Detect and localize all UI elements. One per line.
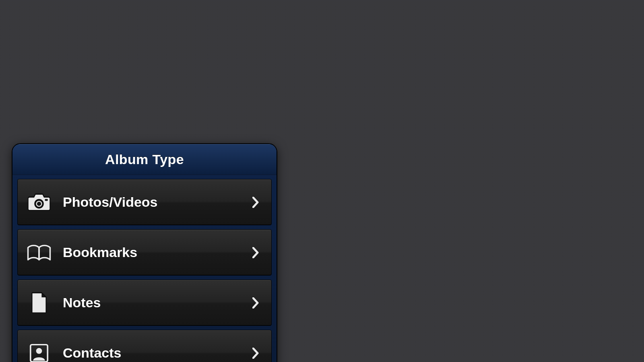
list-item-label: Bookmarks (63, 245, 251, 260)
list-item-bookmarks[interactable]: Bookmarks (17, 229, 272, 276)
chevron-right-icon (251, 246, 260, 259)
list-item-label: Photos/Videos (63, 194, 251, 210)
svg-point-0 (35, 199, 43, 208)
svg-rect-2 (45, 199, 48, 201)
list-item-photos-videos[interactable]: Photos/Videos (17, 179, 272, 225)
chevron-right-icon (251, 195, 260, 209)
list-item-label: Contacts (63, 345, 251, 361)
camera-icon (26, 190, 52, 214)
contact-icon (26, 341, 52, 362)
chevron-right-icon (251, 346, 260, 360)
list-item-notes[interactable]: Notes (17, 280, 272, 326)
chevron-right-icon (251, 296, 260, 310)
list-item-contacts[interactable]: Contacts (17, 330, 272, 362)
list-item-label: Notes (63, 295, 251, 311)
popover-title: Album Type (105, 152, 184, 167)
svg-point-5 (36, 348, 42, 354)
popover-list: Photos/Videos Bookmarks (12, 175, 277, 362)
book-icon (26, 241, 52, 265)
popover-header: Album Type (12, 144, 277, 175)
album-type-popover: Album Type Photos/Videos (12, 143, 277, 362)
document-icon (26, 291, 52, 315)
